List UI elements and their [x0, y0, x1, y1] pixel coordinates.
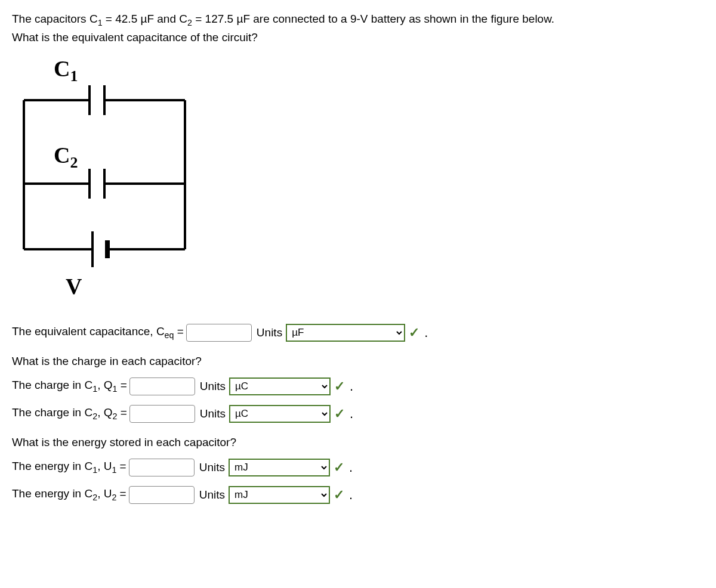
check-icon: ✓ — [334, 406, 345, 422]
u1-units-label: Units — [199, 461, 225, 474]
problem-line2: What is the equivalent capacitance of th… — [12, 31, 258, 44]
u2-units-select[interactable]: mJ — [229, 486, 330, 504]
check-icon: ✓ — [334, 460, 344, 475]
problem-line1a: The capacitors C — [12, 13, 98, 25]
u2-input[interactable] — [129, 486, 195, 504]
u1-row: The energy in C1, U1 = Units mJ ✓ . — [12, 459, 704, 476]
sub1: 1 — [98, 18, 103, 27]
ceq-units-select[interactable]: µF — [286, 324, 405, 342]
u2-units-label: Units — [199, 488, 225, 502]
ceq-label: The equivalent capacitance, Ceq = — [12, 325, 184, 340]
q2-input[interactable] — [129, 405, 195, 423]
ceq-input[interactable] — [186, 324, 252, 342]
problem-statement: The capacitors C1 = 42.5 µF and C2 = 127… — [12, 11, 704, 47]
q2-label: The charge in C2, Q2 = — [12, 406, 127, 421]
q2-units-select[interactable]: µC — [229, 405, 331, 423]
u1-input[interactable] — [129, 459, 195, 476]
u2-label: The energy in C2, U2 = — [12, 487, 126, 502]
u1-units-select[interactable]: mJ — [229, 459, 330, 476]
period: . — [349, 487, 353, 503]
charge-question: What is the charge in each capacitor? — [12, 355, 704, 368]
q2-row: The charge in C2, Q2 = Units µC ✓ . — [12, 405, 704, 423]
problem-line1c: = 127.5 µF are connected to a 9-V batter… — [192, 13, 554, 25]
u1-label: The energy in C1, U1 = — [12, 460, 126, 475]
check-icon: ✓ — [409, 325, 419, 341]
q1-units-label: Units — [200, 380, 226, 393]
q1-label: The charge in C1, Q1 = — [12, 379, 127, 394]
ceq-units-label: Units — [257, 326, 282, 339]
circuit-diagram: C1 C2 V — [12, 52, 704, 306]
check-icon: ✓ — [334, 487, 344, 503]
period: . — [424, 325, 428, 341]
q2-units-label: Units — [200, 407, 226, 420]
check-icon: ✓ — [334, 379, 345, 394]
c1-label: C1 — [54, 56, 78, 85]
v-label: V — [66, 274, 82, 299]
period: . — [350, 406, 353, 422]
q1-row: The charge in C1, Q1 = Units µC ✓ . — [12, 377, 704, 395]
sub2: 2 — [187, 18, 192, 27]
q1-units-select[interactable]: µC — [229, 377, 331, 395]
u2-row: The energy in C2, U2 = Units mJ ✓ . — [12, 486, 704, 504]
ceq-row: The equivalent capacitance, Ceq = Units … — [12, 324, 704, 342]
period: . — [350, 379, 353, 394]
energy-question: What is the energy stored in each capaci… — [12, 436, 704, 449]
period: . — [349, 460, 353, 475]
c2-label: C2 — [54, 143, 78, 171]
problem-line1b: = 42.5 µF and C — [103, 13, 187, 25]
q1-input[interactable] — [129, 377, 195, 395]
